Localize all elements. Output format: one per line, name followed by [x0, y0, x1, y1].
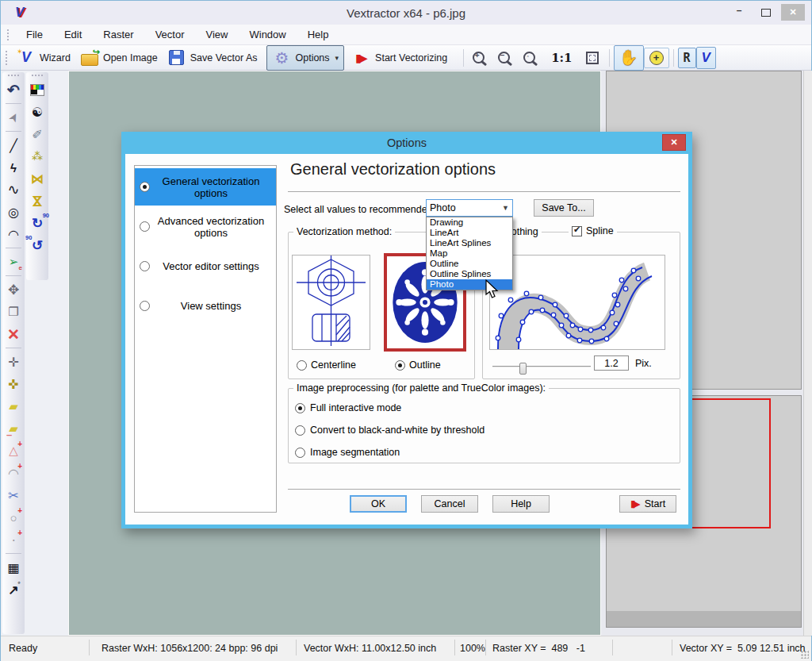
- menu-edit[interactable]: Edit: [63, 27, 83, 42]
- full-interactive-radio-option[interactable]: Full interactive mode: [295, 402, 401, 413]
- bezier-tool-button[interactable]: [3, 179, 24, 200]
- palette-tool-button[interactable]: [27, 79, 48, 100]
- menu-view[interactable]: View: [205, 27, 230, 42]
- undo-tool-button[interactable]: [3, 79, 24, 100]
- spline-checkbox-option[interactable]: Spline: [569, 225, 617, 236]
- zoom-out-button[interactable]: −: [493, 49, 519, 67]
- status-raster-xy: Raster XY = 489 -1: [492, 643, 585, 654]
- flip-horizontal-button[interactable]: [27, 168, 48, 189]
- maximize-button[interactable]: [754, 4, 778, 21]
- arc-tool-button[interactable]: [3, 224, 24, 244]
- dialog-title-bar[interactable]: Options ✕: [125, 132, 688, 154]
- duplicate-tool-button[interactable]: [3, 302, 24, 322]
- select-tool-button[interactable]: [3, 107, 24, 128]
- panel-resize-strip[interactable]: [803, 71, 812, 636]
- show-raster-button[interactable]: R: [678, 48, 696, 68]
- menu-file[interactable]: File: [25, 27, 44, 42]
- zoom-in-button[interactable]: +: [468, 49, 493, 67]
- segmentation-radio-option[interactable]: Image segmentation: [295, 447, 400, 458]
- show-vector-button[interactable]: V: [696, 47, 716, 69]
- rotate-ccw-90-button[interactable]: [27, 235, 48, 256]
- zoom-one-to-one-button[interactable]: 1:1: [544, 48, 579, 67]
- page-advanced-vectorization[interactable]: Advanced vectorization options: [135, 208, 276, 245]
- menu-help[interactable]: Help: [306, 27, 331, 42]
- center-node-tool-button[interactable]: [3, 374, 24, 394]
- despeckle-tool-button[interactable]: [27, 146, 48, 167]
- save-to-button[interactable]: Save To...: [534, 199, 594, 217]
- clean-tool-button[interactable]: [27, 124, 48, 144]
- centerline-radio-option[interactable]: Centerline: [297, 359, 356, 371]
- menu-window[interactable]: Window: [247, 27, 287, 42]
- cancel-button[interactable]: Cancel: [421, 495, 478, 513]
- help-button[interactable]: Help: [492, 495, 550, 513]
- menu-raster[interactable]: Raster: [102, 27, 135, 42]
- smoothing-slider[interactable]: [492, 363, 591, 371]
- rotate-cw-90-button[interactable]: [27, 213, 48, 233]
- preset-option-outline[interactable]: Outline: [427, 259, 512, 269]
- start-button[interactable]: ▮▶ Start: [619, 495, 676, 513]
- preset-option-map[interactable]: Map: [427, 248, 512, 259]
- slider-thumb[interactable]: [519, 363, 527, 375]
- add-circle-tool-button[interactable]: [3, 507, 24, 528]
- erase-segment-tool-button[interactable]: [3, 418, 24, 439]
- page-view-settings[interactable]: View settings: [135, 287, 276, 325]
- invert-tool-button[interactable]: [27, 102, 48, 122]
- centerline-preview[interactable]: [292, 255, 370, 350]
- wizard-button[interactable]: Wizard: [12, 46, 75, 70]
- preset-option-photo[interactable]: Photo: [427, 279, 512, 290]
- trace-icon: [4, 252, 23, 271]
- bw-threshold-radio-option[interactable]: Convert to black-and-white by threshold: [295, 425, 485, 436]
- resize-grip[interactable]: [801, 651, 809, 659]
- dialog-close-button[interactable]: ✕: [662, 134, 686, 151]
- ok-button[interactable]: OK: [350, 495, 407, 513]
- zoom-window-button[interactable]: ▫: [519, 49, 544, 67]
- move-node-tool-button[interactable]: [3, 352, 24, 372]
- save-vector-as-button[interactable]: Save Vector As: [163, 46, 262, 70]
- options-button[interactable]: Options ▾: [266, 45, 344, 71]
- circle-tool-button[interactable]: [3, 202, 24, 222]
- status-ready: Ready: [9, 643, 37, 654]
- options-dropdown-arrow-icon[interactable]: ▾: [335, 54, 339, 62]
- preset-option-lineart-splines[interactable]: LineArt Splines: [427, 238, 512, 248]
- preset-option-lineart[interactable]: LineArt: [427, 228, 512, 238]
- pick-point-tool-button[interactable]: [3, 579, 24, 600]
- close-button[interactable]: [781, 4, 805, 21]
- delete-tool-button[interactable]: [3, 324, 24, 344]
- preprocessing-group: Image preprocessing (for palette and Tru…: [288, 388, 680, 463]
- pan-hand-button[interactable]: [614, 45, 644, 71]
- smoothing-value-input[interactable]: 1.2: [594, 355, 629, 371]
- page-vector-editor[interactable]: Vector editor settings: [135, 248, 276, 285]
- erase-area-tool-button[interactable]: [3, 396, 24, 417]
- status-raster-size: Raster WxH: 1056x1200: 24 bpp: 96 dpi: [102, 643, 278, 654]
- delete-x-icon: [4, 325, 23, 344]
- menu-vector[interactable]: Vector: [154, 27, 186, 42]
- center-node-icon: [4, 375, 23, 394]
- preset-option-outline-splines[interactable]: Outline Splines: [427, 269, 512, 279]
- grid-tool-button[interactable]: [3, 557, 24, 578]
- flip-vertical-button[interactable]: [27, 190, 48, 211]
- page-radio-icon: [140, 182, 150, 192]
- open-image-button[interactable]: Open Image: [75, 46, 163, 70]
- line-tool-button[interactable]: [3, 135, 24, 156]
- add-point-tool-button[interactable]: [3, 529, 24, 550]
- cut-tool-button[interactable]: [3, 485, 24, 505]
- preset-option-drawing[interactable]: Drawing: [427, 217, 512, 228]
- pan-object-tool-button[interactable]: [3, 279, 24, 300]
- add-arc-tool-button[interactable]: [3, 463, 24, 483]
- start-vectorizing-button[interactable]: Start Vectorizing: [347, 46, 452, 70]
- center-view-button[interactable]: [644, 48, 669, 68]
- polyline-tool-button[interactable]: [3, 157, 24, 178]
- page-general-vectorization[interactable]: General vectorization options: [135, 168, 276, 206]
- grid-icon: [4, 558, 23, 577]
- duplicate-icon: [4, 302, 23, 321]
- outline-radio-option[interactable]: Outline: [395, 359, 441, 371]
- minimize-button[interactable]: [727, 4, 751, 21]
- fit-to-window-button[interactable]: [580, 49, 605, 67]
- ok-label: OK: [371, 498, 385, 509]
- add-vertex-tool-button[interactable]: [3, 440, 24, 461]
- bezier-curve-icon: [4, 180, 23, 199]
- preset-combobox[interactable]: Photo ▼: [426, 199, 513, 217]
- start-play-icon: ▮▶: [630, 498, 638, 509]
- navigator-scrollbar[interactable]: [607, 611, 801, 627]
- trace-tool-button[interactable]: [3, 252, 24, 272]
